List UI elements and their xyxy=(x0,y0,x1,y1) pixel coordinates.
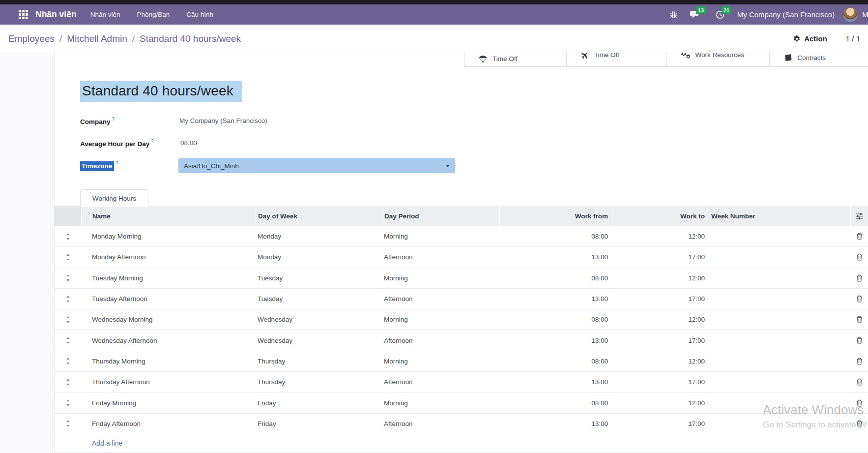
breadcrumb-mitchell-admin[interactable]: Mitchell Admin xyxy=(67,33,127,44)
table-row[interactable]: Tuesday Morning Tuesday Morning 08:00 12… xyxy=(55,268,868,289)
delete-row-button[interactable] xyxy=(850,420,868,427)
cell-day-of-week[interactable]: Monday xyxy=(256,253,382,261)
cell-day-period[interactable]: Afternoon xyxy=(382,295,499,302)
stat-button-time-off-1[interactable]: Time Off xyxy=(464,53,566,66)
cell-work-to[interactable]: 12:00 xyxy=(612,316,709,323)
drag-handle[interactable] xyxy=(55,358,81,364)
add-a-line-link[interactable]: Add a line xyxy=(92,439,122,447)
header-name[interactable]: Name xyxy=(81,206,256,226)
action-menu-button[interactable]: Action xyxy=(793,34,827,43)
cell-day-period[interactable]: Afternoon xyxy=(382,378,499,386)
cell-work-from[interactable]: 08:00 xyxy=(499,399,612,407)
cell-day-period[interactable]: Morning xyxy=(382,358,499,365)
drag-handle[interactable] xyxy=(55,274,81,281)
cell-name[interactable]: Thursday Afternoon xyxy=(81,378,256,386)
cell-day-of-week[interactable]: Friday xyxy=(256,420,382,427)
tab-working-hours[interactable]: Working Hours xyxy=(80,189,148,207)
cell-day-period[interactable]: Afternoon xyxy=(382,420,499,427)
table-row[interactable]: Friday Morning Friday Morning 08:00 12:0… xyxy=(55,393,868,413)
menu-departments[interactable]: Phòng/Ban xyxy=(136,9,171,20)
delete-row-button[interactable] xyxy=(850,399,868,407)
stat-button-contracts[interactable]: Contracts xyxy=(769,53,868,66)
record-name-input[interactable]: Standard 40 hours/week xyxy=(80,81,242,102)
cell-work-to[interactable]: 17:00 xyxy=(612,295,709,302)
header-week-number[interactable]: Week Number xyxy=(709,206,850,226)
pager[interactable]: 1 / 1 xyxy=(846,34,860,43)
cell-work-from[interactable]: 08:00 xyxy=(499,233,612,240)
delete-row-button[interactable] xyxy=(850,378,868,386)
menu-configuration[interactable]: Cấu hình xyxy=(185,9,214,20)
cell-name[interactable]: Monday Afternoon xyxy=(81,253,256,261)
cell-day-period[interactable]: Afternoon xyxy=(382,253,499,261)
drag-handle[interactable] xyxy=(55,254,81,261)
cell-day-period[interactable]: Morning xyxy=(382,316,499,323)
drag-handle[interactable] xyxy=(55,296,81,302)
activities-icon[interactable]: 21 xyxy=(716,10,724,19)
cell-day-of-week[interactable]: Thursday xyxy=(256,378,382,386)
cell-work-from[interactable]: 13:00 xyxy=(499,420,612,427)
table-row[interactable]: Thursday Morning Thursday Morning 08:00 … xyxy=(55,351,868,372)
cell-work-from[interactable]: 13:00 xyxy=(499,295,612,302)
company-switcher[interactable]: My Company (San Francisco) xyxy=(737,10,835,19)
cell-day-of-week[interactable]: Tuesday xyxy=(256,295,382,302)
delete-row-button[interactable] xyxy=(850,233,868,240)
cell-name[interactable]: Monday Morning xyxy=(81,233,256,240)
timezone-select[interactable]: Asia/Ho_Chi_Minh xyxy=(178,158,455,173)
cell-work-to[interactable]: 12:00 xyxy=(612,274,709,282)
cell-day-period[interactable]: Morning xyxy=(382,399,499,407)
delete-row-button[interactable] xyxy=(850,358,868,365)
user-avatar[interactable] xyxy=(843,7,858,22)
cell-work-to[interactable]: 12:00 xyxy=(612,399,709,407)
cell-name[interactable]: Tuesday Afternoon xyxy=(81,295,256,302)
drag-handle[interactable] xyxy=(55,337,81,344)
table-row[interactable]: Wednesday Morning Wednesday Morning 08:0… xyxy=(55,309,868,330)
company-value[interactable]: My Company (San Francisco) xyxy=(179,117,267,124)
cell-day-period[interactable]: Afternoon xyxy=(382,337,499,344)
average-hour-value[interactable]: 08:00 xyxy=(180,139,197,147)
header-work-to[interactable]: Work to xyxy=(612,206,709,226)
stat-button-work-resources[interactable]: Work Resources xyxy=(666,53,770,66)
drag-handle[interactable] xyxy=(55,316,81,323)
table-row[interactable]: Monday Afternoon Monday Afternoon 13:00 … xyxy=(55,247,868,268)
cell-name[interactable]: Thursday Morning xyxy=(81,358,256,365)
drag-handle[interactable] xyxy=(55,420,81,427)
cell-day-period[interactable]: Morning xyxy=(382,274,499,282)
stat-button-time-off-2[interactable]: Time Off xyxy=(566,53,666,66)
cell-work-to[interactable]: 12:00 xyxy=(612,358,709,365)
table-row[interactable]: Monday Morning Monday Morning 08:00 12:0… xyxy=(55,226,868,247)
cell-day-of-week[interactable]: Monday xyxy=(256,233,382,240)
table-row[interactable]: Friday Afternoon Friday Afternoon 13:00 … xyxy=(55,414,868,434)
cell-day-period[interactable]: Morning xyxy=(382,233,499,240)
cell-day-of-week[interactable]: Tuesday xyxy=(256,274,382,282)
cell-work-from[interactable]: 13:00 xyxy=(499,253,612,261)
cell-work-from[interactable]: 13:00 xyxy=(499,378,612,386)
app-brand[interactable]: Nhân viên xyxy=(35,9,77,20)
cell-day-of-week[interactable]: Thursday xyxy=(256,358,382,365)
cell-work-from[interactable]: 13:00 xyxy=(499,337,612,344)
delete-row-button[interactable] xyxy=(850,253,868,261)
messages-icon[interactable]: 13 xyxy=(690,10,699,19)
drag-handle[interactable] xyxy=(55,379,81,386)
cell-work-to[interactable]: 17:00 xyxy=(612,337,709,344)
delete-row-button[interactable] xyxy=(850,295,868,302)
cell-name[interactable]: Tuesday Morning xyxy=(81,274,256,282)
cell-work-from[interactable]: 08:00 xyxy=(499,274,612,282)
menu-employees[interactable]: Nhân viên xyxy=(89,9,121,20)
cell-day-of-week[interactable]: Wednesday xyxy=(256,337,382,344)
cell-work-to[interactable]: 17:00 xyxy=(612,378,709,386)
cell-name[interactable]: Friday Afternoon xyxy=(81,420,256,427)
delete-row-button[interactable] xyxy=(850,337,868,344)
table-row[interactable]: Wednesday Afternoon Wednesday Afternoon … xyxy=(55,330,868,351)
delete-row-button[interactable] xyxy=(850,316,868,323)
apps-menu-icon[interactable] xyxy=(19,10,28,19)
header-work-from[interactable]: Work from xyxy=(499,206,612,226)
header-day-period[interactable]: Day Period xyxy=(382,206,499,226)
cell-name[interactable]: Friday Morning xyxy=(81,399,256,407)
cell-work-to[interactable]: 12:00 xyxy=(612,233,709,240)
header-day-of-week[interactable]: Day of Week xyxy=(256,206,382,226)
cell-work-from[interactable]: 08:00 xyxy=(499,358,612,365)
debug-bug-icon[interactable] xyxy=(669,10,678,19)
table-row[interactable]: Tuesday Afternoon Tuesday Afternoon 13:0… xyxy=(55,289,868,309)
cell-work-to[interactable]: 17:00 xyxy=(612,253,709,261)
table-row[interactable]: Thursday Afternoon Thursday Afternoon 13… xyxy=(55,372,868,393)
